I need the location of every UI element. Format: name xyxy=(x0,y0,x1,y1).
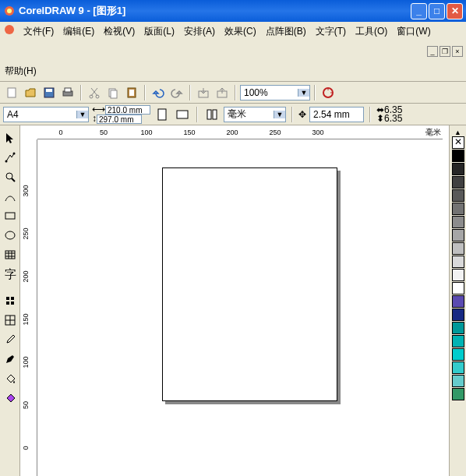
paste-button[interactable] xyxy=(123,84,140,101)
color-swatch[interactable] xyxy=(452,348,464,361)
copy-button[interactable] xyxy=(104,84,122,101)
paper-size-combo[interactable]: A4 ▼ xyxy=(3,107,89,122)
menu-tools[interactable]: 工具(O) xyxy=(354,23,389,40)
color-swatch[interactable] xyxy=(452,176,464,189)
menu-text[interactable]: 文字(T) xyxy=(314,23,348,40)
close-button[interactable]: ✕ xyxy=(447,3,463,19)
color-swatch[interactable] xyxy=(452,150,464,162)
redo-button[interactable] xyxy=(168,84,185,101)
interactive-mesh-tool[interactable] xyxy=(1,389,19,407)
color-swatch[interactable] xyxy=(452,361,464,374)
color-swatch[interactable] xyxy=(452,189,464,202)
color-swatch[interactable] xyxy=(452,322,464,334)
color-palette: ▲ ▼ ◄ xyxy=(449,125,466,476)
undo-button[interactable] xyxy=(150,84,167,101)
polygon-tool[interactable] xyxy=(1,245,19,264)
svg-rect-19 xyxy=(207,110,211,119)
svg-point-1 xyxy=(7,9,12,13)
freehand-tool[interactable] xyxy=(1,187,19,206)
menubar: 文件(F) 编辑(E) 检视(V) 版面(L) 安排(A) 效果(C) 点阵图(… xyxy=(0,22,466,82)
interactive-fill-tool[interactable] xyxy=(1,291,19,310)
svg-point-23 xyxy=(6,173,12,179)
palette-scroll-up[interactable]: ▲ xyxy=(454,129,461,136)
page-dimensions: ⟷ 210.0 mm ↕ 297.0 mm xyxy=(92,105,150,124)
color-swatch[interactable] xyxy=(452,242,464,255)
vertical-ruler[interactable]: 0 50 100 150 200 250 300 xyxy=(20,139,37,476)
doc-minimize-button[interactable]: _ xyxy=(427,46,438,57)
zoom-combo[interactable]: 100% ▼ xyxy=(240,85,310,100)
page-rectangle xyxy=(162,167,337,401)
units-value: 毫米 xyxy=(224,108,274,121)
color-swatch[interactable] xyxy=(452,375,464,387)
maximize-button[interactable]: □ xyxy=(429,3,445,19)
menu-bitmap[interactable]: 点阵图(B) xyxy=(264,23,308,40)
no-color-swatch[interactable] xyxy=(452,136,464,149)
page-height-input[interactable]: 297.0 mm xyxy=(97,115,142,124)
color-swatch[interactable] xyxy=(452,282,464,294)
duplicate-offset: ⬌ 6.35 ⬍ 6.35 xyxy=(376,106,402,123)
color-swatch[interactable] xyxy=(452,203,464,215)
minimize-button[interactable]: _ xyxy=(411,3,427,19)
export-button[interactable] xyxy=(214,84,231,101)
interactive-transparency-tool[interactable] xyxy=(1,311,19,330)
color-swatch[interactable] xyxy=(452,229,464,242)
color-swatch[interactable] xyxy=(452,216,464,228)
svg-rect-3 xyxy=(8,88,16,97)
eyedropper-tool[interactable] xyxy=(1,330,19,349)
doc-restore-button[interactable]: ❐ xyxy=(440,46,450,57)
color-swatch[interactable] xyxy=(452,269,464,281)
property-bar: A4 ▼ ⟷ 210.0 mm ↕ 297.0 mm 毫米 ▼ ✥ 2.54 m… xyxy=(0,104,466,125)
horizontal-ruler[interactable]: 0 50 100 150 200 250 300 毫米 xyxy=(37,125,443,139)
cut-button[interactable] xyxy=(86,84,103,101)
toolbox: 字 xyxy=(0,125,20,476)
landscape-button[interactable] xyxy=(174,106,191,123)
zoom-tool[interactable] xyxy=(1,167,19,186)
color-swatch[interactable] xyxy=(452,309,464,321)
page-width-input[interactable]: 210.0 mm xyxy=(105,105,150,115)
new-button[interactable] xyxy=(3,84,20,101)
pick-tool[interactable] xyxy=(1,129,19,147)
outline-tool[interactable] xyxy=(1,350,19,368)
ruler-unit-label: 毫米 xyxy=(425,127,441,138)
svg-point-26 xyxy=(5,231,15,239)
app-launcher-button[interactable] xyxy=(319,84,337,101)
menu-file[interactable]: 文件(F) xyxy=(22,23,55,40)
svg-rect-35 xyxy=(11,301,14,305)
svg-rect-18 xyxy=(177,111,188,118)
dropdown-icon: ▼ xyxy=(76,111,88,118)
menu-arrange[interactable]: 安排(A) xyxy=(182,23,217,40)
menu-layout[interactable]: 版面(L) xyxy=(143,23,176,40)
print-button[interactable] xyxy=(59,84,76,101)
menu-edit[interactable]: 编辑(E) xyxy=(62,23,96,40)
ellipse-tool[interactable] xyxy=(1,226,19,245)
canvas-area: 0 50 100 150 200 250 300 毫米 0 50 100 150… xyxy=(20,125,449,476)
svg-rect-13 xyxy=(129,90,134,96)
color-swatch[interactable] xyxy=(452,163,464,175)
svg-rect-5 xyxy=(46,89,52,92)
menu-view[interactable]: 检视(V) xyxy=(102,23,136,40)
zoom-value: 100% xyxy=(241,87,298,98)
doc-close-button[interactable]: × xyxy=(452,46,463,57)
shape-tool[interactable] xyxy=(1,148,19,167)
rectangle-tool[interactable] xyxy=(1,206,19,225)
color-swatch[interactable] xyxy=(452,295,464,308)
fill-tool[interactable] xyxy=(1,369,19,388)
menu-help[interactable]: 帮助(H) xyxy=(3,63,463,79)
color-swatch[interactable] xyxy=(452,256,464,268)
page-frame-icon[interactable] xyxy=(203,106,221,123)
save-button[interactable] xyxy=(41,84,58,101)
app-menu-icon[interactable] xyxy=(3,23,16,40)
import-button[interactable] xyxy=(195,84,212,101)
open-button[interactable] xyxy=(22,84,39,101)
menu-window[interactable]: 窗口(W) xyxy=(395,23,432,40)
standard-toolbar: 100% ▼ xyxy=(0,82,466,104)
portrait-button[interactable] xyxy=(154,106,171,123)
nudge-input[interactable]: 2.54 mm xyxy=(309,107,364,122)
color-swatch[interactable] xyxy=(452,388,464,400)
menu-effects[interactable]: 效果(C) xyxy=(223,23,258,40)
text-tool[interactable]: 字 xyxy=(1,265,19,284)
color-swatch[interactable] xyxy=(452,335,464,347)
units-combo[interactable]: 毫米 ▼ xyxy=(224,107,286,122)
drawing-canvas[interactable] xyxy=(37,139,443,476)
window-title: CorelDRAW 9 - [图形1] xyxy=(19,4,411,18)
